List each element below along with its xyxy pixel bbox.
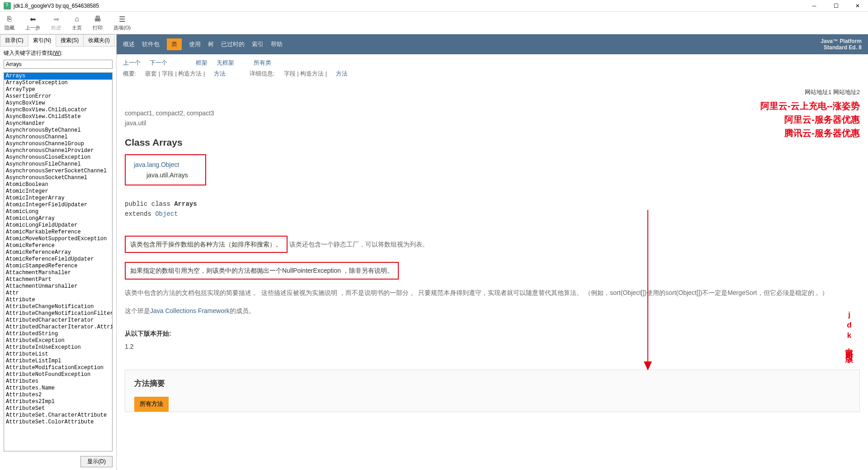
options-button[interactable]: ☰ 选项(O) <box>113 14 131 31</box>
list-item[interactable]: AtomicStampedReference <box>4 263 112 270</box>
extends-object-link[interactable]: Object <box>155 210 178 218</box>
content-pane[interactable]: 概述软件包类使用树已过时的索引帮助 Java™ Platform Standar… <box>117 34 868 470</box>
list-item[interactable]: Attributes2Impl <box>4 399 112 405</box>
hide-button[interactable]: ⎘ 隐藏 <box>5 14 14 31</box>
list-item[interactable]: AtomicLongFieldUpdater <box>4 222 112 229</box>
class-title: Class Arrays <box>125 135 860 150</box>
tab-search[interactable]: 搜索(S) <box>56 34 84 46</box>
app-icon <box>4 2 11 9</box>
list-item[interactable]: AtomicLong <box>4 209 112 215</box>
list-item[interactable]: AttributedString <box>4 331 112 337</box>
compact-profiles: compact1, compact2, compact3 <box>125 108 860 118</box>
next-link[interactable]: 下一个 <box>150 59 167 66</box>
list-item[interactable]: Attributes.Name <box>4 385 112 392</box>
list-item[interactable]: Arrays <box>4 73 112 80</box>
list-item[interactable]: AtomicReferenceFieldUpdater <box>4 256 112 263</box>
list-item[interactable]: Attribute <box>4 297 112 304</box>
list-item[interactable]: AsyncBoxView.ChildLocator <box>4 107 112 114</box>
maximize-button[interactable]: ☐ <box>829 1 843 10</box>
list-item[interactable]: AttachmentUnmarshaller <box>4 283 112 290</box>
list-item[interactable]: AttributeChangeNotification <box>4 304 112 310</box>
list-item[interactable]: AsynchronousSocketChannel <box>4 175 112 181</box>
platform-brand: Java™ Platform Standard Ed. 8 <box>821 38 862 51</box>
list-item[interactable]: AttributeList <box>4 351 112 358</box>
list-item[interactable]: AtomicMarkableReference <box>4 229 112 236</box>
nav-使用[interactable]: 使用 <box>189 40 201 48</box>
list-item[interactable]: AttributeException <box>4 337 112 344</box>
print-button[interactable]: 🖶 打印 <box>93 14 103 31</box>
search-input[interactable] <box>4 60 113 69</box>
inherit-arrays: java.util.Arrays <box>134 170 197 180</box>
tab-contents[interactable]: 目录(C) <box>0 34 28 46</box>
list-item[interactable]: AttributedCharacterIterator.Attribu <box>4 324 112 331</box>
site-link-1[interactable]: 网站地址1 <box>805 89 831 95</box>
list-item[interactable]: AttributeSet.ColorAttribute <box>4 419 112 426</box>
list-item[interactable]: AtomicReference <box>4 242 112 249</box>
nav-类[interactable]: 类 <box>167 38 182 50</box>
all-methods-tab[interactable]: 所有方法 <box>134 397 169 412</box>
list-item[interactable]: AttachmentPart <box>4 276 112 283</box>
list-item[interactable]: AtomicIntegerFieldUpdater <box>4 202 112 209</box>
nav-软件包[interactable]: 软件包 <box>142 40 160 48</box>
nav-帮助[interactable]: 帮助 <box>271 40 283 48</box>
nav-概述[interactable]: 概述 <box>123 40 135 48</box>
list-item[interactable]: AsynchronousChannelProvider <box>4 147 112 154</box>
list-item[interactable]: AsynchronousChannelGroup <box>4 141 112 147</box>
list-item[interactable]: ArrayStoreException <box>4 80 112 86</box>
list-item[interactable]: Attributes2 <box>4 392 112 399</box>
list-item[interactable]: AtomicBoolean <box>4 181 112 188</box>
nav-树[interactable]: 树 <box>208 40 214 48</box>
list-item[interactable]: AsynchronousServerSocketChannel <box>4 168 112 175</box>
list-item[interactable]: AttributedCharacterIterator <box>4 317 112 324</box>
list-item[interactable]: ArrayType <box>4 86 112 93</box>
nav-已过时的[interactable]: 已过时的 <box>221 40 245 48</box>
list-item[interactable]: AttributeChangeNotificationFilter <box>4 310 112 317</box>
frame-link[interactable]: 框架 <box>196 59 208 66</box>
list-item[interactable]: AttributeSet <box>4 405 112 412</box>
tab-favorites[interactable]: 收藏夹(I) <box>83 34 114 46</box>
site-link-2[interactable]: 网站地址2 <box>833 89 860 95</box>
list-item[interactable]: AtomicIntegerArray <box>4 195 112 202</box>
javadoc-navbar: 概述软件包类使用树已过时的索引帮助 Java™ Platform Standar… <box>117 34 868 54</box>
list-item[interactable]: AsynchronousCloseException <box>4 154 112 161</box>
vertical-annotation: jdk中英对照版 <box>844 310 854 351</box>
list-item[interactable]: AttributeSet.CharacterAttribute <box>4 412 112 419</box>
inherit-object-link[interactable]: java.lang.Object <box>134 160 197 170</box>
list-item[interactable]: AttributeModificationException <box>4 365 112 371</box>
show-button[interactable]: 显示(D) <box>80 456 113 467</box>
allclasses-link[interactable]: 所有类 <box>254 59 271 66</box>
list-item[interactable]: Attr <box>4 290 112 297</box>
tab-index[interactable]: 索引(N) <box>28 34 57 47</box>
list-item[interactable]: AtomicInteger <box>4 188 112 195</box>
forward-icon: ➡ <box>52 14 61 24</box>
list-item[interactable]: AsynchronousByteChannel <box>4 127 112 134</box>
index-listbox[interactable]: ArraysArrayStoreExceptionArrayTypeAssert… <box>4 72 113 451</box>
list-item[interactable]: AtomicLongArray <box>4 215 112 222</box>
back-button[interactable]: ⬅ 上一步 <box>25 14 40 31</box>
list-item[interactable]: Attributes <box>4 378 112 385</box>
detail-method-link[interactable]: 方法 <box>336 70 348 77</box>
summary-method-link[interactable]: 方法 <box>214 70 226 77</box>
list-item[interactable]: AsyncBoxView.ChildState <box>4 114 112 120</box>
close-button[interactable]: ✕ <box>851 1 864 10</box>
noframe-link[interactable]: 无框架 <box>217 59 234 66</box>
minimize-button[interactable]: ─ <box>807 1 821 10</box>
list-item[interactable]: AssertionError <box>4 93 112 100</box>
since-label: 从以下版本开始: <box>125 328 860 338</box>
list-item[interactable]: AttachmentMarshaller <box>4 270 112 276</box>
list-item[interactable]: AtomicReferenceArray <box>4 249 112 256</box>
desc-paragraph-3: 该类中包含的方法的文档包括实现的简要描述 。 这些描述应被视为实施说明 ，而不是… <box>125 288 860 298</box>
list-item[interactable]: AsyncHandler <box>4 120 112 127</box>
list-item[interactable]: AttributeListImpl <box>4 358 112 365</box>
list-item[interactable]: AttributeNotFoundException <box>4 371 112 378</box>
list-item[interactable]: AsynchronousFileChannel <box>4 161 112 168</box>
collections-framework-link[interactable]: Java Collections Framework <box>150 307 230 314</box>
prev-link[interactable]: 上一个 <box>123 59 141 66</box>
list-item[interactable]: AtomicMoveNotSupportedException <box>4 236 112 242</box>
nav-索引[interactable]: 索引 <box>252 40 264 48</box>
list-item[interactable]: AsynchronousChannel <box>4 134 112 141</box>
list-item[interactable]: AttributeInUseException <box>4 344 112 351</box>
home-button[interactable]: ⌂ 主页 <box>72 14 82 31</box>
forward-button[interactable]: ➡ 前进 <box>51 14 61 31</box>
list-item[interactable]: AsyncBoxView <box>4 100 112 107</box>
